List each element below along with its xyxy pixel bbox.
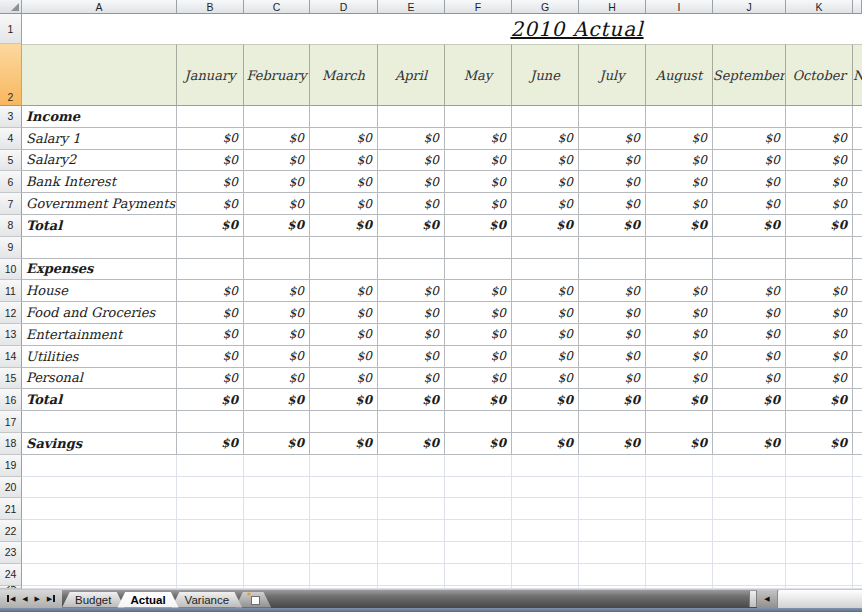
cell-L2[interactable]: November <box>853 44 862 106</box>
cell-H19[interactable] <box>579 455 646 477</box>
cell-H3[interactable] <box>579 106 646 128</box>
cell-J12[interactable]: $0 <box>713 302 786 324</box>
cell-D2[interactable]: March <box>310 44 378 106</box>
cell-E13[interactable]: $0 <box>378 324 445 346</box>
cell-D8[interactable]: $0 <box>310 215 378 237</box>
cell-C19[interactable] <box>244 455 310 477</box>
cell-G21[interactable] <box>512 498 579 520</box>
cell-F16[interactable]: $0 <box>445 389 512 411</box>
cell-L13[interactable] <box>853 324 862 346</box>
cell-K11[interactable]: $0 <box>786 280 853 302</box>
select-all-corner[interactable] <box>0 0 22 13</box>
cell-K4[interactable]: $0 <box>786 128 853 150</box>
cell-F21[interactable] <box>445 498 512 520</box>
cell-A16[interactable]: Total <box>22 389 177 411</box>
cell-G3[interactable] <box>512 106 579 128</box>
cell-F3[interactable] <box>445 106 512 128</box>
cell-I16[interactable]: $0 <box>646 389 713 411</box>
cell-E22[interactable] <box>378 520 445 542</box>
cell-I18[interactable]: $0 <box>646 433 713 455</box>
cell-L14[interactable] <box>853 346 862 368</box>
cell-H9[interactable] <box>579 237 646 259</box>
cell-D20[interactable] <box>310 477 378 499</box>
row-header-13[interactable]: 13 <box>0 324 22 346</box>
cell-I19[interactable] <box>646 455 713 477</box>
row-header-21[interactable]: 21 <box>0 498 22 520</box>
cell-G13[interactable]: $0 <box>512 324 579 346</box>
cell-L21[interactable] <box>853 498 862 520</box>
cell-E5[interactable]: $0 <box>378 150 445 172</box>
cell-D19[interactable] <box>310 455 378 477</box>
cell-G8[interactable]: $0 <box>512 215 579 237</box>
cell-E10[interactable] <box>378 259 445 281</box>
cell-B24[interactable] <box>177 564 244 586</box>
cell-E6[interactable]: $0 <box>378 171 445 193</box>
cell-A20[interactable] <box>22 477 177 499</box>
cell-G15[interactable]: $0 <box>512 368 579 390</box>
row-header-4[interactable]: 4 <box>0 128 22 150</box>
cell-E7[interactable]: $0 <box>378 193 445 215</box>
cell-L16[interactable] <box>853 389 862 411</box>
cell-I11[interactable]: $0 <box>646 280 713 302</box>
cell-J15[interactable]: $0 <box>713 368 786 390</box>
column-header-J[interactable]: J <box>713 0 786 13</box>
first-sheet-button[interactable]: ◀ <box>7 595 15 602</box>
cell-B22[interactable] <box>177 520 244 542</box>
row-header-22[interactable]: 22 <box>0 520 22 542</box>
cell-E8[interactable]: $0 <box>378 215 445 237</box>
cell-B17[interactable] <box>177 411 244 433</box>
cell-B6[interactable]: $0 <box>177 171 244 193</box>
cell-H8[interactable]: $0 <box>579 215 646 237</box>
cell-D7[interactable]: $0 <box>310 193 378 215</box>
cell-F23[interactable] <box>445 542 512 564</box>
row-header-11[interactable]: 11 <box>0 280 22 302</box>
cell-E16[interactable]: $0 <box>378 389 445 411</box>
column-header-A[interactable]: A <box>22 0 177 13</box>
cell-J17[interactable] <box>713 411 786 433</box>
cell-A7[interactable]: Government Payments <box>22 193 177 215</box>
row-header-15[interactable]: 15 <box>0 368 22 390</box>
cell-L15[interactable] <box>853 368 862 390</box>
tab-variance[interactable]: Variance <box>172 592 243 608</box>
cell-G10[interactable] <box>512 259 579 281</box>
cell-F2[interactable]: May <box>445 44 512 106</box>
cell-J20[interactable] <box>713 477 786 499</box>
cell-K5[interactable]: $0 <box>786 150 853 172</box>
cell-K19[interactable] <box>786 455 853 477</box>
row-header-24[interactable]: 24 <box>0 564 22 586</box>
cell-J4[interactable]: $0 <box>713 128 786 150</box>
tab-budget[interactable]: Budget <box>62 592 124 608</box>
row-header-18[interactable]: 18 <box>0 433 22 455</box>
cell-J10[interactable] <box>713 259 786 281</box>
cell-L3[interactable] <box>853 106 862 128</box>
cell-C18[interactable]: $0 <box>244 433 310 455</box>
cell-C11[interactable]: $0 <box>244 280 310 302</box>
cell-D9[interactable] <box>310 237 378 259</box>
cell-J22[interactable] <box>713 520 786 542</box>
cell-D22[interactable] <box>310 520 378 542</box>
tab-actual[interactable]: Actual <box>117 592 178 608</box>
cell-G24[interactable] <box>512 564 579 586</box>
scroll-left-button[interactable]: ◀ <box>757 590 777 608</box>
cell-F13[interactable]: $0 <box>445 324 512 346</box>
cell-A11[interactable]: House <box>22 280 177 302</box>
cell-G14[interactable]: $0 <box>512 346 579 368</box>
cell-L11[interactable] <box>853 280 862 302</box>
cell-G19[interactable] <box>512 455 579 477</box>
cell-E18[interactable]: $0 <box>378 433 445 455</box>
column-header-K[interactable]: K <box>786 0 853 13</box>
cell-G11[interactable]: $0 <box>512 280 579 302</box>
cell-A24[interactable] <box>22 564 177 586</box>
cell-H4[interactable]: $0 <box>579 128 646 150</box>
cell-H15[interactable]: $0 <box>579 368 646 390</box>
cell-B21[interactable] <box>177 498 244 520</box>
cell-B9[interactable] <box>177 237 244 259</box>
sheet-title[interactable]: 2010 Actual <box>510 17 643 41</box>
cell-I10[interactable] <box>646 259 713 281</box>
cell-C7[interactable]: $0 <box>244 193 310 215</box>
cell-J23[interactable] <box>713 542 786 564</box>
cell-D21[interactable] <box>310 498 378 520</box>
cell-G18[interactable]: $0 <box>512 433 579 455</box>
row-header-19[interactable]: 19 <box>0 455 22 477</box>
cell-C20[interactable] <box>244 477 310 499</box>
